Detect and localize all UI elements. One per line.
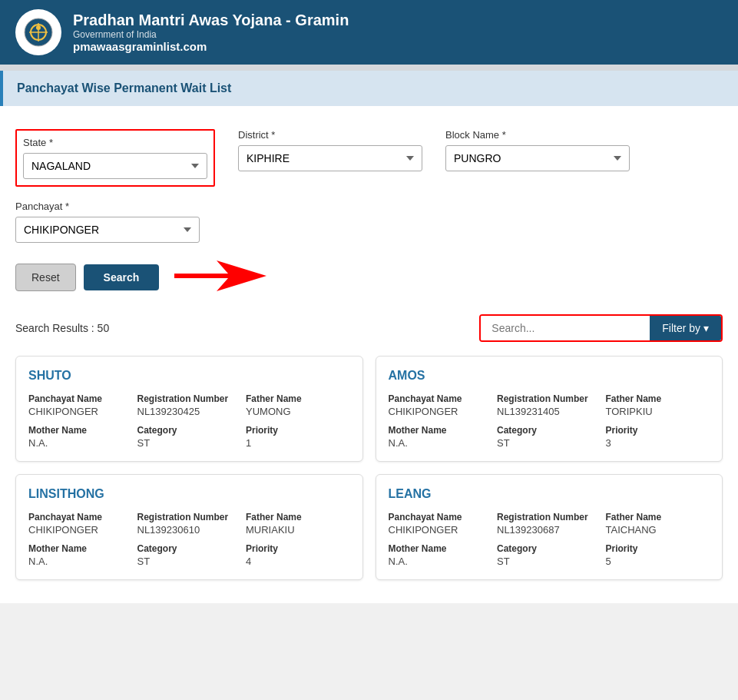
card-fields-shuto: Panchayat Name CHIKIPONGER Registration … (28, 393, 350, 449)
mother-name-value-3: N.A. (28, 556, 133, 567)
field-father-name-4: Father Name TAICHANG (606, 512, 710, 536)
block-label: Block Name * (445, 129, 630, 141)
card-shuto: SHUTO Panchayat Name CHIKIPONGER Registr… (15, 356, 363, 462)
header-divider (0, 65, 738, 71)
card-fields-linsithong: Panchayat Name CHIKIPONGER Registration … (28, 512, 350, 567)
priority-value-4: 5 (606, 556, 710, 567)
panchayat-name-label-3: Panchayat Name (28, 512, 133, 523)
category-label-3: Category (137, 543, 242, 554)
father-name-label-3: Father Name (246, 512, 350, 523)
category-label-1: Category (137, 425, 242, 436)
category-label-4: Category (497, 543, 601, 554)
district-label: District * (238, 129, 422, 141)
field-panchayat-name-1: Panchayat Name CHIKIPONGER (28, 393, 133, 417)
reg-num-label-1: Registration Number (137, 393, 242, 404)
panchayat-name-value-3: CHIKIPONGER (28, 524, 133, 536)
mother-name-value-2: N.A. (389, 437, 493, 449)
panchayat-name-value-1: CHIKIPONGER (28, 406, 133, 417)
site-url: pmawaasgraminlist.com (73, 40, 349, 53)
results-count: Search Results : 50 (15, 322, 109, 334)
reg-num-value-4: NL139230687 (497, 524, 601, 536)
card-name-linsithong: LINSITHONG (28, 487, 350, 501)
reg-num-value-3: NL139230610 (137, 524, 242, 536)
svg-point-4 (36, 25, 41, 30)
field-priority-3: Priority 4 (246, 543, 350, 567)
field-panchayat-name-3: Panchayat Name CHIKIPONGER (28, 512, 133, 536)
field-mother-name-2: Mother Name N.A. (389, 425, 493, 449)
priority-value-1: 1 (246, 437, 350, 449)
father-name-label-4: Father Name (606, 512, 710, 523)
category-value-2: ST (497, 437, 601, 449)
mother-name-label-1: Mother Name (28, 425, 133, 436)
priority-label-1: Priority (246, 425, 350, 436)
panchayat-name-label-4: Panchayat Name (389, 512, 493, 523)
page-title: Panchayat Wise Permanent Wait List (17, 81, 724, 95)
reg-num-label-4: Registration Number (497, 512, 601, 523)
field-panchayat-name-4: Panchayat Name CHIKIPONGER (389, 512, 493, 536)
site-title: Pradhan Mantri Awas Yojana - Gramin (73, 12, 349, 29)
state-select[interactable]: NAGALAND (23, 153, 207, 179)
card-name-leang: LEANG (389, 487, 710, 501)
category-value-3: ST (137, 556, 242, 567)
field-priority-4: Priority 5 (606, 543, 710, 567)
field-reg-num-2: Registration Number NL139231405 (497, 393, 601, 417)
field-category-1: Category ST (137, 425, 242, 449)
field-mother-name-4: Mother Name N.A. (389, 543, 493, 567)
field-category-4: Category ST (497, 543, 601, 567)
site-logo (15, 9, 61, 55)
district-select[interactable]: KIPHIRE (238, 145, 422, 171)
block-select[interactable]: PUNGRO (445, 145, 630, 171)
results-bar: Search Results : 50 Filter by ▾ (15, 314, 723, 342)
search-form: State * NAGALAND District * KIPHIRE Bloc… (15, 121, 723, 297)
field-mother-name-1: Mother Name N.A. (28, 425, 133, 449)
mother-name-label-2: Mother Name (389, 425, 493, 436)
reg-num-value-1: NL139230425 (137, 406, 242, 417)
district-group: District * KIPHIRE (238, 129, 422, 187)
card-amos: AMOS Panchayat Name CHIKIPONGER Registra… (376, 356, 723, 462)
search-button[interactable]: Search (84, 264, 160, 290)
page-banner: Panchayat Wise Permanent Wait List (0, 71, 738, 106)
svg-marker-5 (174, 260, 266, 291)
father-name-value-4: TAICHANG (606, 524, 710, 536)
site-subtitle: Government of India (73, 29, 349, 40)
priority-label-3: Priority (246, 543, 350, 554)
filter-by-button[interactable]: Filter by ▾ (650, 316, 721, 340)
form-row-1: State * NAGALAND District * KIPHIRE Bloc… (15, 129, 723, 187)
cards-grid: SHUTO Panchayat Name CHIKIPONGER Registr… (15, 356, 723, 580)
mother-name-value-1: N.A. (28, 437, 133, 449)
reset-button[interactable]: Reset (15, 264, 76, 291)
panchayat-name-value-2: CHIKIPONGER (389, 406, 493, 417)
card-fields-leang: Panchayat Name CHIKIPONGER Registration … (389, 512, 710, 567)
priority-value-3: 4 (246, 556, 350, 567)
mother-name-label-3: Mother Name (28, 543, 133, 554)
field-reg-num-3: Registration Number NL139230610 (137, 512, 242, 536)
father-name-value-3: MURIAKIU (246, 524, 350, 536)
priority-label-2: Priority (606, 425, 710, 436)
header-text-block: Pradhan Mantri Awas Yojana - Gramin Gove… (73, 12, 349, 53)
form-row-2: Panchayat * CHIKIPONGER (15, 201, 723, 243)
mother-name-value-4: N.A. (389, 556, 493, 567)
field-panchayat-name-2: Panchayat Name CHIKIPONGER (389, 393, 493, 417)
field-reg-num-4: Registration Number NL139230687 (497, 512, 601, 536)
field-mother-name-3: Mother Name N.A. (28, 543, 133, 567)
category-label-2: Category (497, 425, 601, 436)
mother-name-label-4: Mother Name (389, 543, 493, 554)
father-name-label-1: Father Name (246, 393, 350, 404)
father-name-value-1: YUMONG (246, 406, 350, 417)
panchayat-select[interactable]: CHIKIPONGER (15, 217, 200, 243)
field-priority-2: Priority 3 (606, 425, 710, 449)
button-row: Reset Search (15, 257, 723, 297)
father-name-value-2: TORIPKIU (606, 406, 710, 417)
card-name-shuto: SHUTO (28, 369, 350, 383)
panchayat-name-label-2: Panchayat Name (389, 393, 493, 404)
field-category-2: Category ST (497, 425, 601, 449)
panchayat-name-label-1: Panchayat Name (28, 393, 133, 404)
panchayat-label: Panchayat * (15, 201, 200, 212)
panchayat-group: Panchayat * CHIKIPONGER (15, 201, 200, 243)
main-content: Panchayat Wise Permanent Wait List State… (0, 71, 738, 603)
reg-num-label-2: Registration Number (497, 393, 601, 404)
field-father-name-1: Father Name YUMONG (246, 393, 350, 417)
category-value-4: ST (497, 556, 601, 567)
state-group: State * NAGALAND (15, 129, 215, 187)
filter-search-input[interactable] (481, 316, 650, 340)
